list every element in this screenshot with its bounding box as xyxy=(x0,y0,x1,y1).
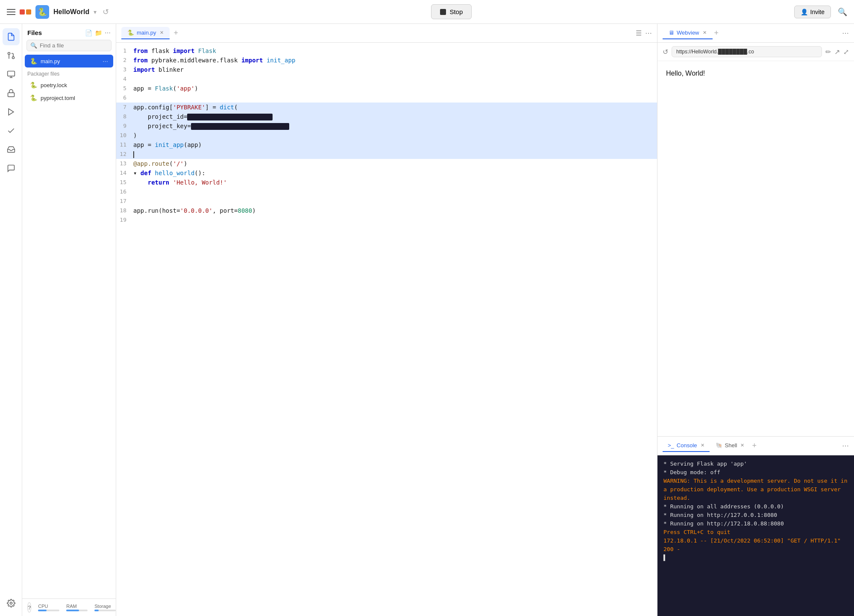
console-actions: ⋯ xyxy=(842,442,849,450)
file-panel-actions: 📄 📁 ⋯ xyxy=(85,29,111,36)
editor-area: 🐍 main.py ✕ + ☰ ⋯ 1 from flask import Fl… xyxy=(116,24,657,616)
console-line-cursor: ▌ xyxy=(663,554,848,562)
stop-button[interactable]: Stop xyxy=(431,4,472,19)
stop-label: Stop xyxy=(449,8,463,15)
code-editor[interactable]: 1 from flask import Flask 2 from pybrake… xyxy=(116,43,657,616)
webview-monitor-icon: 🖥 xyxy=(669,29,674,36)
console-output: * Serving Flask app 'app' * Debug mode: … xyxy=(657,455,854,616)
code-line-14: 14 ▾ def hello_world(): xyxy=(116,168,657,178)
help-icon[interactable]: ? xyxy=(27,602,31,613)
file-item-pyproject-toml[interactable]: 🐍 pyproject.toml xyxy=(25,91,113,104)
code-line-2: 2 from pybrake.middleware.flask import i… xyxy=(116,56,657,65)
file-search-input[interactable] xyxy=(40,42,108,49)
editor-layout-icon[interactable]: ☰ xyxy=(636,29,642,37)
file-item-main-py[interactable]: 🐍 main.py ⋯ xyxy=(25,55,113,67)
console-line-4: * Running on all addresses (0.0.0.0) xyxy=(663,502,848,511)
file-name-main-py: main.py xyxy=(41,58,60,65)
main-layout: Files 📄 📁 ⋯ 🔍 🐍 main.py ⋯ Packager files… xyxy=(0,24,854,616)
code-line-4: 4 xyxy=(116,74,657,84)
more-options-icon[interactable]: ⋯ xyxy=(105,29,111,36)
ram-track xyxy=(66,610,88,611)
console-line-1: * Serving Flask app 'app' xyxy=(663,460,848,468)
tab-add-button[interactable]: + xyxy=(171,29,181,38)
invite-button[interactable]: 👤 Invite xyxy=(794,6,831,18)
url-icons: ✏ ↗ ⤢ xyxy=(825,48,849,56)
new-folder-icon[interactable]: 📁 xyxy=(95,29,102,36)
tab-main-py-label: main.py xyxy=(137,29,156,36)
console-tab-bar: >_ Console ✕ 🐚 Shell ✕ + ⋯ xyxy=(657,437,854,455)
stop-icon xyxy=(440,9,446,15)
url-input[interactable] xyxy=(672,46,822,57)
storage-fill xyxy=(94,610,99,611)
svg-point-1 xyxy=(8,53,10,55)
sidebar-item-lock[interactable] xyxy=(3,85,20,102)
ram-fill xyxy=(66,610,79,611)
console-tab-add[interactable]: + xyxy=(750,441,758,450)
webview-content: Hello, World! xyxy=(657,61,854,436)
sidebar-item-git[interactable] xyxy=(3,47,20,64)
webview-section: 🖥 Webview ✕ + ⋯ ↺ ✏ ↗ ⤢ Hello, Wo xyxy=(657,24,854,437)
code-line-6: 6 xyxy=(116,93,657,103)
popout-icon[interactable]: ⤢ xyxy=(843,48,849,56)
invite-label: Invite xyxy=(810,9,825,15)
console-section: >_ Console ✕ 🐚 Shell ✕ + ⋯ * Serving Fla… xyxy=(657,437,854,616)
search-icon: 🔍 xyxy=(30,42,37,49)
open-external-icon[interactable]: ↗ xyxy=(834,48,840,56)
tab-shell[interactable]: 🐚 Shell ✕ xyxy=(710,440,750,452)
file-item-poetry-lock[interactable]: 🐍 poetry.lock xyxy=(25,79,113,91)
webview-more-icon[interactable]: ⋯ xyxy=(842,29,849,37)
storage-status: Storage xyxy=(94,604,116,611)
tab-console[interactable]: >_ Console ✕ xyxy=(663,440,710,452)
webview-tab-label: Webview xyxy=(677,29,699,36)
shell-tab-label: Shell xyxy=(725,442,737,449)
sidebar-item-settings[interactable] xyxy=(3,595,20,612)
console-line-5: * Running on http://127.0.0.1:8080 xyxy=(663,511,848,519)
status-bar: ? CPU RAM Storage xyxy=(22,598,116,616)
editor-more-icon[interactable]: ⋯ xyxy=(645,29,652,37)
svg-marker-7 xyxy=(9,109,14,115)
editor-tab-actions: ☰ ⋯ xyxy=(636,29,652,37)
sidebar-item-run[interactable] xyxy=(3,103,20,120)
refresh-icon[interactable]: ↺ xyxy=(663,48,668,56)
shell-icon: 🐚 xyxy=(716,442,722,449)
search-icon[interactable]: 🔍 xyxy=(838,7,847,17)
console-tab-label: Console xyxy=(677,442,697,449)
sidebar-item-chat[interactable] xyxy=(3,160,20,177)
file-panel: Files 📄 📁 ⋯ 🔍 🐍 main.py ⋯ Packager files… xyxy=(22,24,116,616)
file-more-icon[interactable]: ⋯ xyxy=(103,58,108,65)
sidebar-item-packages[interactable] xyxy=(3,66,20,83)
new-file-icon[interactable]: 📄 xyxy=(85,29,92,36)
cpu-fill xyxy=(38,610,47,611)
code-line-17: 17 xyxy=(116,197,657,206)
invite-icon: 👤 xyxy=(801,9,808,15)
code-line-8: 8 project_id= xyxy=(116,112,657,121)
console-line-6: * Running on http://172.18.0.88:8080 xyxy=(663,519,848,528)
project-dropdown-chevron[interactable]: ▾ xyxy=(94,9,97,15)
edit-url-icon[interactable]: ✏ xyxy=(825,48,831,56)
svg-point-0 xyxy=(12,57,14,59)
console-line-7: Press CTRL+C to quit xyxy=(663,528,848,537)
hamburger-menu[interactable] xyxy=(7,9,15,15)
tab-close-icon[interactable]: ✕ xyxy=(160,30,164,35)
code-line-18: 18 app.run(host='0.0.0.0', port=8080) xyxy=(116,206,657,215)
console-line-3: WARNING: This is a development server. D… xyxy=(663,477,848,502)
webview-tab-add[interactable]: + xyxy=(714,29,719,38)
sidebar-item-inbox[interactable] xyxy=(3,141,20,158)
hello-world-display: Hello, World! xyxy=(666,70,705,77)
sidebar-item-files[interactable] xyxy=(3,28,20,45)
shell-tab-close[interactable]: ✕ xyxy=(740,443,744,448)
topbar-left: 🐍 HelloWorld ▾ ↺ xyxy=(7,5,109,19)
topbar-right: 👤 Invite 🔍 xyxy=(794,6,847,18)
console-prompt-icon: >_ xyxy=(668,442,674,449)
console-tab-close[interactable]: ✕ xyxy=(701,443,704,448)
history-icon[interactable]: ↺ xyxy=(103,7,109,17)
sidebar-item-check[interactable] xyxy=(3,122,20,139)
file-panel-title: Files xyxy=(27,29,42,36)
tab-main-py[interactable]: 🐍 main.py ✕ xyxy=(121,27,170,39)
file-search: 🔍 xyxy=(26,40,112,51)
storage-track xyxy=(94,610,116,611)
webview-tab-close[interactable]: ✕ xyxy=(703,30,707,35)
tab-webview[interactable]: 🖥 Webview ✕ xyxy=(663,27,713,39)
code-line-9: 9 project_key= xyxy=(116,121,657,131)
console-more-icon[interactable]: ⋯ xyxy=(842,442,849,449)
